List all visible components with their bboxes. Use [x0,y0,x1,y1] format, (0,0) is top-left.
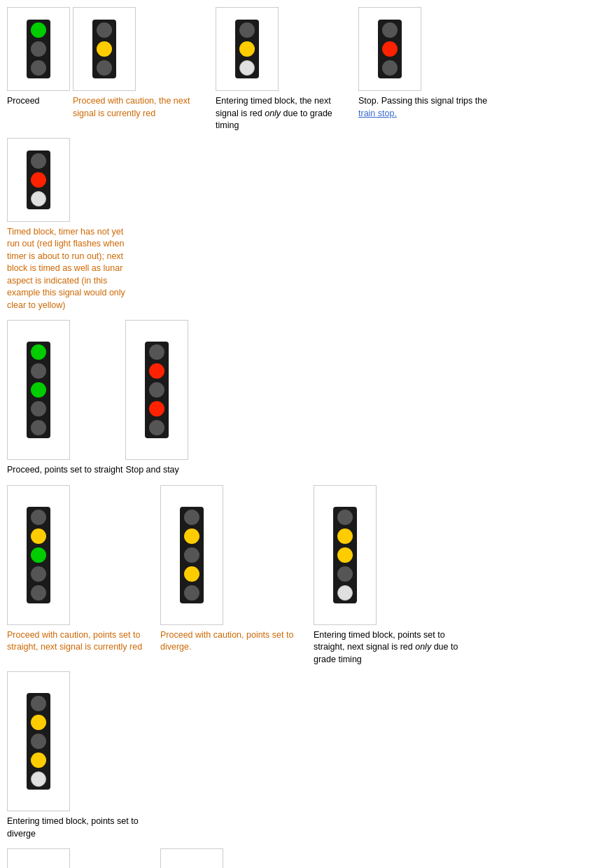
signal-box-s7 [125,320,188,460]
cell-s5: Timed block, timer has not yet run out (… [7,138,129,312]
caption-text-s5: Timed block, timer has not yet run out (… [7,227,125,310]
italic-only-s10: only [415,642,431,652]
caption-s8: Proceed with caution, points set to stra… [7,629,157,654]
light-yellow2-s9 [184,566,199,582]
light-red-s4 [382,41,398,57]
signal-box-s2 [73,7,136,91]
light-yellow1-s11 [31,715,46,730]
light-off2-s9 [184,547,199,563]
light-green-s1 [31,22,46,38]
light-off1-s10 [337,510,353,525]
signal-box-s6 [7,320,70,460]
light-green2-s6 [31,382,46,398]
signal-box-s1 [7,7,70,91]
light-green-s6 [31,344,46,360]
light-yellow1-s10 [337,528,353,544]
cell-s1: Proceed [7,7,70,108]
signal-box-s5 [7,138,70,222]
signal-box-s3 [216,7,279,91]
signal-box-s4 [358,7,421,91]
light-yellow-s3 [239,41,255,57]
caption-s5: Timed block, timer has not yet run out (… [7,226,129,312]
light-off3-s8 [31,585,46,601]
light-off2-s7 [149,382,164,398]
signal-box-s10 [314,485,377,625]
cell-s2: Proceed with caution, the next signal is… [73,7,213,120]
light-off2-s6 [31,401,46,416]
signal-box-s9 [160,485,223,625]
caption-s3: Entering timed block, the next signal is… [216,95,356,132]
signal-housing-s11 [27,693,50,790]
signal-housing-s1 [27,20,50,78]
cell-s9: Proceed with caution, points set to dive… [160,485,311,654]
light-off-s1 [31,41,46,57]
caption-s11: Entering timed block, points set to dive… [7,816,157,840]
light-yellow1-s9 [184,528,199,544]
cell-s11: Entering timed block, points set to dive… [7,671,157,840]
light-red-s5 [31,172,46,188]
caption-s9: Proceed with caution, points set to dive… [160,629,311,654]
cell-s10: Entering timed block, points set to stra… [314,485,464,666]
light-yellow2-s11 [31,752,46,768]
light-off2-s1 [31,60,46,76]
light-off3-s9 [184,585,199,601]
light-yellow-s8 [31,528,46,544]
signal-box-s8 [7,485,70,625]
light-off-s3 [239,22,255,38]
light-white-s11 [31,771,46,787]
light-white-s10 [337,585,353,601]
light-off1-s6 [31,363,46,379]
signal-housing-s7 [145,342,169,438]
light-off1-s11 [31,696,46,711]
caption-text-s8: Proceed with caution, points set to stra… [7,630,142,652]
light-white-s5 [31,191,46,206]
light-off2-s11 [31,734,46,749]
caption-text-s2: Proceed with caution, the next signal is… [73,96,190,118]
light-off3-s7 [149,420,164,435]
signal-row-1: Proceed Proceed with caution, the next s… [7,7,597,317]
light-off1-s7 [149,344,164,360]
signal-row-4: Call on (train has been given permission… [7,848,597,868]
light-off2-s2 [97,60,112,76]
light-off-s4 [382,22,398,38]
caption-s2: Proceed with caution, the next signal is… [73,95,213,120]
light-off1-s9 [184,510,199,525]
light-green-s8 [31,547,46,563]
signal-box-s12 [7,848,70,868]
cell-s7: Stop and stay [125,320,188,477]
light-off2-s4 [382,60,398,76]
signal-housing-s5 [27,150,50,209]
signal-housing-s8 [27,507,50,603]
caption-s1: Proceed [7,95,40,108]
signal-row-2: Proceed, points set to straight Stop and… [7,320,597,482]
light-red1-s7 [149,363,164,379]
signal-housing-s6 [27,342,50,438]
cell-s4: Stop. Passing this signal trips the trai… [358,7,498,120]
caption-s6: Proceed, points set to straight [7,464,122,477]
cell-s6: Proceed, points set to straight [7,320,122,477]
caption-s7: Stop and stay [125,464,178,477]
caption-text-s9: Proceed with caution, points set to dive… [160,630,293,652]
cell-s13: Timed block, timer has not yet run out (… [160,848,311,868]
signal-housing-s10 [333,507,357,603]
light-off2-s10 [337,566,353,582]
light-off-s2 [97,22,112,38]
train-stop-link[interactable]: train stop. [358,108,397,118]
signal-housing-s4 [378,20,402,78]
signal-housing-s2 [92,20,116,78]
light-off-s5 [31,153,46,169]
signal-housing-s3 [235,20,259,78]
light-yellow-s2 [97,41,112,57]
italic-only-s3: only [265,108,281,118]
light-off3-s6 [31,420,46,435]
caption-s10: Entering timed block, points set to stra… [314,629,464,666]
light-off2-s8 [31,566,46,582]
light-red2-s7 [149,401,164,416]
signal-box-s11 [7,671,70,811]
cell-s12: Call on (train has been given permission… [7,848,157,868]
signal-row-3: Proceed with caution, points set to stra… [7,485,597,846]
light-yellow2-s10 [337,547,353,563]
light-off1-s8 [31,510,46,525]
caption-s4: Stop. Passing this signal trips the trai… [358,95,498,120]
signal-box-s13 [160,848,223,868]
